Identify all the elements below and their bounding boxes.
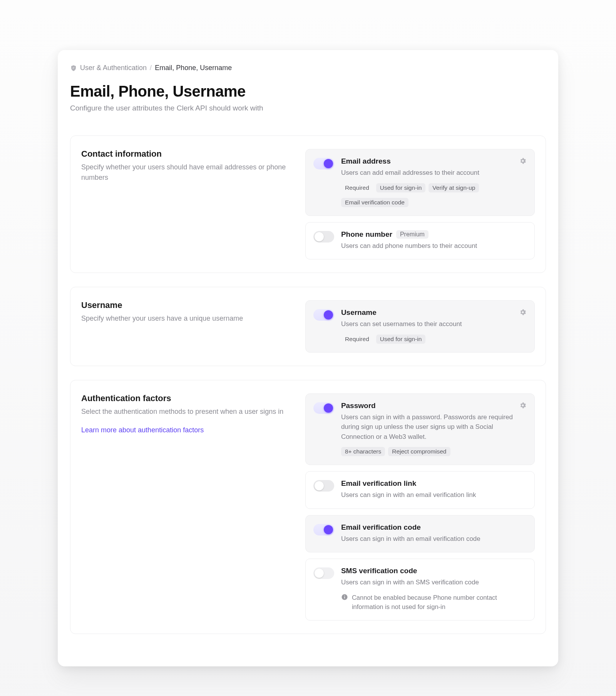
section-title: Authentication factors xyxy=(81,393,290,403)
gear-icon[interactable] xyxy=(519,157,527,165)
gear-icon[interactable] xyxy=(519,308,527,316)
svg-rect-1 xyxy=(344,596,345,598)
option-title: Email verification code xyxy=(341,523,527,532)
settings-card: User & Authentication / Email, Phone, Us… xyxy=(58,50,558,666)
svg-rect-2 xyxy=(344,595,345,596)
option-username: Username Users can set usernames to thei… xyxy=(305,300,535,353)
option-description: Users can add email addresses to their a… xyxy=(341,168,527,178)
toggle-email-address[interactable] xyxy=(313,158,334,169)
option-title: Password xyxy=(341,402,527,410)
option-phone-number: Phone number Premium Users can add phone… xyxy=(305,222,535,260)
tag-8-characters: 8+ characters xyxy=(341,447,385,456)
option-email-verification-link: Email verification link Users can sign i… xyxy=(305,471,535,509)
warning-text: Cannot be enabled because Phone number c… xyxy=(352,593,527,612)
section-authentication-factors: Authentication factors Select the authen… xyxy=(70,380,546,634)
gear-icon[interactable] xyxy=(519,402,527,409)
option-title: Email address xyxy=(341,157,527,166)
breadcrumb-current: Email, Phone, Username xyxy=(155,64,232,72)
tag-reject-compromised: Reject compromised xyxy=(388,447,450,456)
breadcrumb-separator: / xyxy=(150,64,152,72)
page-title: Email, Phone, Username xyxy=(70,83,546,100)
option-description: Users can set usernames to their account xyxy=(341,319,527,329)
toggle-password[interactable] xyxy=(313,402,334,414)
option-description: Users can sign in with an email verifica… xyxy=(341,490,527,500)
section-description: Specify whether your users have a unique… xyxy=(81,313,290,324)
tag-email-verification-code: Email verification code xyxy=(341,198,408,207)
option-description: Users can sign in with a password. Passw… xyxy=(341,412,527,442)
shield-icon xyxy=(70,65,77,72)
toggle-phone-number[interactable] xyxy=(313,231,334,243)
section-username: Username Specify whether your users have… xyxy=(70,287,546,366)
premium-badge: Premium xyxy=(396,230,429,239)
learn-more-link[interactable]: Learn more about authentication factors xyxy=(81,426,204,434)
tag-used-for-sign-in: Used for sign-in xyxy=(376,335,426,344)
option-title: Username xyxy=(341,308,527,317)
option-description: Users can add phone numbers to their acc… xyxy=(341,241,527,251)
tag-verify-at-sign-up: Verify at sign-up xyxy=(429,183,479,192)
toggle-email-verification-link[interactable] xyxy=(313,480,334,492)
option-email-address: Email address Users can add email addres… xyxy=(305,149,535,216)
toggle-email-verification-code[interactable] xyxy=(313,524,334,535)
option-password: Password Users can sign in with a passwo… xyxy=(305,393,535,465)
section-description: Specify whether your users should have e… xyxy=(81,162,290,183)
tag-required: Required xyxy=(341,183,373,192)
section-description: Select the authentication methods to pre… xyxy=(81,407,290,417)
option-description: Users can sign in with an email verifica… xyxy=(341,534,527,544)
option-title: Phone number xyxy=(341,230,392,239)
option-title: Email verification link xyxy=(341,479,527,488)
tag-used-for-sign-in: Used for sign-in xyxy=(376,183,426,192)
toggle-username[interactable] xyxy=(313,309,334,321)
option-description: Users can sign in with an SMS verificati… xyxy=(341,577,527,587)
page-subtitle: Configure the user attributes the Clerk … xyxy=(70,104,546,112)
section-title: Username xyxy=(81,300,290,310)
breadcrumb-parent[interactable]: User & Authentication xyxy=(80,64,147,72)
breadcrumb: User & Authentication / Email, Phone, Us… xyxy=(70,64,546,72)
option-email-verification-code: Email verification code Users can sign i… xyxy=(305,515,535,553)
option-title: SMS verification code xyxy=(341,567,527,575)
option-sms-verification-code: SMS verification code Users can sign in … xyxy=(305,559,535,621)
section-contact-information: Contact information Specify whether your… xyxy=(70,136,546,273)
section-title: Contact information xyxy=(81,149,290,159)
toggle-sms-verification-code xyxy=(313,567,334,579)
tag-required: Required xyxy=(341,335,373,344)
info-icon xyxy=(341,594,348,601)
